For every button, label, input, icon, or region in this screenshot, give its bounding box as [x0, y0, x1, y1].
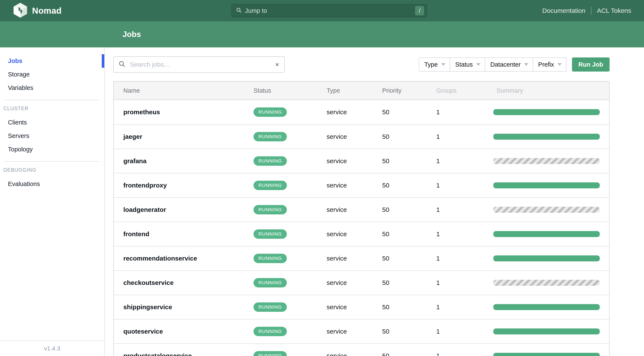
search-jobs-input[interactable]	[130, 61, 275, 68]
acl-tokens-link[interactable]: ACL Tokens	[597, 7, 631, 14]
job-status-cell: RUNNING	[254, 107, 326, 117]
job-status-cell: RUNNING	[254, 278, 326, 288]
run-job-button[interactable]: Run Job	[572, 57, 610, 71]
job-summary-cell	[493, 255, 600, 261]
summary-bar-running	[493, 134, 600, 140]
table-row[interactable]: loadgeneratorRUNNINGservice501	[114, 197, 609, 222]
prefix-filter-button[interactable]: Prefix	[533, 57, 566, 71]
job-name-link[interactable]: prometheus	[123, 108, 254, 116]
job-status-cell: RUNNING	[254, 351, 326, 356]
table-row[interactable]: frontendRUNNINGservice501	[114, 222, 609, 246]
job-priority-cell: 50	[382, 206, 436, 213]
chevron-down-icon	[558, 63, 562, 66]
table-row[interactable]: quoteserviceRUNNINGservice501	[114, 319, 609, 344]
sidebar-divider	[4, 161, 99, 162]
table-row[interactable]: productcatalogserviceRUNNINGservice501	[114, 344, 609, 356]
summary-bar-running	[493, 304, 600, 310]
job-name-link[interactable]: recommendationservice	[123, 255, 254, 262]
main-content: × Type Status Datacenter Prefix	[105, 47, 644, 356]
column-header-status[interactable]: Status	[254, 87, 326, 94]
clear-search-icon[interactable]: ×	[275, 61, 279, 68]
job-summary-cell	[493, 304, 600, 310]
status-badge: RUNNING	[254, 156, 287, 166]
job-type-cell: service	[326, 230, 382, 238]
column-header-summary: Summary	[493, 87, 600, 94]
summary-bar-pending	[493, 280, 600, 286]
navbar-links: Documentation ACL Tokens	[542, 6, 644, 15]
summary-bar-running	[493, 329, 600, 335]
status-badge: RUNNING	[254, 205, 287, 214]
sidebar-item-topology[interactable]: Topology	[0, 143, 104, 156]
job-status-cell: RUNNING	[254, 254, 326, 263]
column-header-name[interactable]: Name	[123, 87, 254, 94]
job-summary-cell	[493, 353, 600, 356]
job-name-link[interactable]: frontend	[123, 230, 254, 238]
job-name-link[interactable]: frontendproxy	[123, 182, 254, 189]
job-priority-cell: 50	[382, 279, 436, 286]
nomad-brand[interactable]: Nomad	[0, 2, 62, 19]
status-badge: RUNNING	[254, 229, 287, 239]
sidebar-item-evaluations[interactable]: Evaluations	[0, 177, 104, 191]
sidebar-item-clients[interactable]: Clients	[0, 116, 104, 129]
sidebar-item-jobs[interactable]: Jobs	[0, 54, 104, 68]
job-type-cell: service	[326, 352, 382, 356]
active-indicator	[102, 54, 104, 68]
summary-bar-pending	[493, 207, 600, 213]
job-groups-cell: 1	[436, 328, 493, 335]
sidebar-divider	[4, 100, 99, 100]
job-groups-cell: 1	[436, 182, 493, 189]
slash-shortcut-key: /	[415, 6, 424, 15]
sidebar-item-storage[interactable]: Storage	[0, 68, 104, 81]
status-filter-button[interactable]: Status	[450, 57, 485, 71]
sidebar-item-servers[interactable]: Servers	[0, 129, 104, 143]
summary-bar-running	[493, 231, 600, 237]
job-type-cell: service	[326, 304, 382, 311]
top-navbar: Nomad Jump to / Documentation ACL Tokens	[0, 0, 644, 21]
table-row[interactable]: jaegerRUNNINGservice501	[114, 124, 609, 149]
summary-bar-running	[493, 353, 600, 356]
job-status-cell: RUNNING	[254, 132, 326, 141]
type-filter-button[interactable]: Type	[419, 57, 450, 71]
job-priority-cell: 50	[382, 108, 436, 116]
brand-name: Nomad	[32, 6, 62, 15]
filter-label: Datacenter	[490, 61, 521, 68]
summary-bar-running	[493, 109, 600, 115]
job-name-link[interactable]: jaeger	[123, 133, 254, 140]
job-name-link[interactable]: loadgenerator	[123, 206, 254, 213]
column-header-type[interactable]: Type	[326, 87, 382, 94]
table-row[interactable]: grafanaRUNNINGservice501	[114, 149, 609, 173]
sidebar-item-variables[interactable]: Variables	[0, 81, 104, 95]
job-name-link[interactable]: checkoutservice	[123, 279, 254, 286]
table-row[interactable]: checkoutserviceRUNNINGservice501	[114, 270, 609, 295]
job-priority-cell: 50	[382, 133, 436, 140]
status-badge: RUNNING	[254, 302, 287, 312]
chevron-down-icon	[441, 63, 446, 66]
sidebar-section-cluster: CLUSTER	[0, 106, 104, 111]
search-jobs-box[interactable]: ×	[113, 56, 285, 73]
datacenter-filter-button[interactable]: Datacenter	[485, 57, 533, 71]
filter-label: Status	[455, 61, 473, 68]
table-row[interactable]: recommendationserviceRUNNINGservice501	[114, 246, 609, 270]
column-header-priority[interactable]: Priority	[382, 87, 436, 94]
job-type-cell: service	[326, 133, 382, 140]
table-row[interactable]: prometheusRUNNINGservice501	[114, 100, 609, 124]
status-badge: RUNNING	[254, 351, 287, 356]
job-name-link[interactable]: productcatalogservice	[123, 352, 254, 356]
sidebar-item-label: Clients	[8, 119, 27, 126]
filter-group: Type Status Datacenter Prefix Run Job	[419, 57, 610, 71]
job-type-cell: service	[326, 328, 382, 335]
job-priority-cell: 50	[382, 182, 436, 189]
table-row[interactable]: frontendproxyRUNNINGservice501	[114, 173, 609, 197]
jump-to-search[interactable]: Jump to /	[231, 4, 427, 17]
table-row[interactable]: shippingserviceRUNNINGservice501	[114, 295, 609, 319]
job-name-link[interactable]: grafana	[123, 157, 254, 165]
version-label: v1.4.3	[44, 345, 60, 352]
job-status-cell: RUNNING	[254, 181, 326, 190]
job-name-link[interactable]: shippingservice	[123, 304, 254, 311]
documentation-link[interactable]: Documentation	[542, 7, 586, 14]
job-name-link[interactable]: quoteservice	[123, 328, 254, 335]
job-summary-cell	[493, 207, 600, 213]
job-priority-cell: 50	[382, 352, 436, 356]
search-icon	[118, 60, 126, 68]
job-type-cell: service	[326, 279, 382, 286]
